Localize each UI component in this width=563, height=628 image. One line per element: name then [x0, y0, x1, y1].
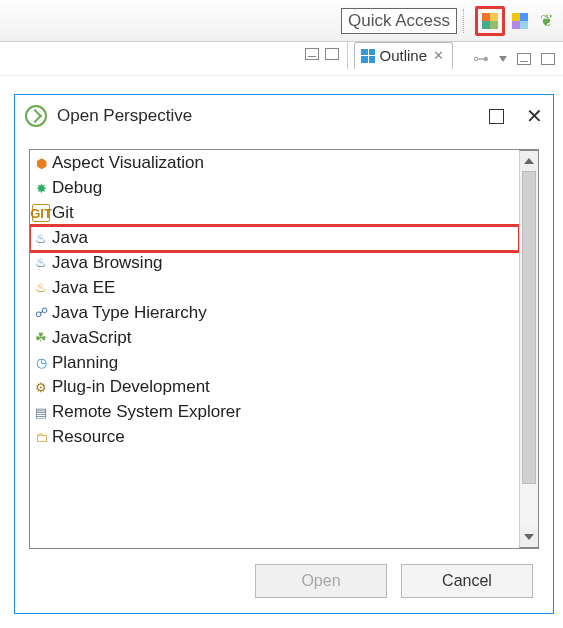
quick-access-box[interactable]: Quick Access [341, 8, 457, 34]
list-item-label: Java Browsing [52, 252, 163, 275]
list-item-label: Plug-in Development [52, 376, 210, 399]
list-item-java-ee[interactable]: ♨Java EE [30, 276, 519, 301]
outline-tabstrip: Outline ✕ ⊶ [347, 42, 563, 69]
tab-outline[interactable]: Outline ✕ [354, 42, 453, 69]
list-item-label: Aspect Visualization [52, 152, 204, 175]
scroll-track[interactable] [520, 171, 538, 527]
minimize-view-button[interactable] [305, 48, 319, 60]
minimize-outline-button[interactable] [517, 53, 531, 65]
list-item-label: Debug [52, 177, 102, 200]
list-item-remote-system-explorer[interactable]: ▤Remote System Explorer [30, 400, 519, 425]
list-item-java-browsing[interactable]: ♨Java Browsing [30, 251, 519, 276]
spring-icon [25, 105, 47, 127]
list-item-label: Resource [52, 426, 125, 449]
dialog-titlebar: Open Perspective ✕ [15, 95, 553, 137]
main-toolbar: Quick Access ❦ [0, 0, 563, 42]
list-item-label: Git [52, 202, 74, 225]
list-item-resource[interactable]: 🗀Resource [30, 425, 519, 450]
tab-outline-label: Outline [379, 47, 427, 64]
open-perspective-dialog: Open Perspective ✕ ⬢Aspect Visualization… [14, 94, 554, 614]
dialog-title: Open Perspective [57, 106, 479, 126]
close-tab-icon[interactable]: ✕ [433, 48, 444, 63]
perspective-list-container: ⬢Aspect Visualization✸DebugGITGit♨Java♨J… [29, 149, 539, 549]
list-item-planning[interactable]: ◷Planning [30, 351, 519, 376]
maximize-outline-button[interactable] [541, 53, 555, 65]
dialog-maximize-button[interactable] [489, 109, 504, 124]
highlight-open-perspective [475, 6, 505, 36]
list-item-label: Remote System Explorer [52, 401, 241, 424]
cancel-button[interactable]: Cancel [401, 564, 533, 598]
list-item-java[interactable]: ♨Java [30, 226, 519, 251]
scroll-up-button[interactable] [520, 151, 538, 171]
dialog-button-bar: Open Cancel [15, 549, 553, 613]
view-tab-row: Outline ✕ ⊶ [0, 42, 563, 76]
maximize-view-button[interactable] [325, 48, 339, 60]
scroll-thumb[interactable] [522, 171, 536, 484]
list-item-label: Java EE [52, 277, 115, 300]
spring-perspective-icon[interactable]: ❦ [535, 10, 557, 32]
list-item-git[interactable]: GITGit [30, 201, 519, 226]
toolbar-separator [463, 9, 469, 33]
list-item-label: Planning [52, 352, 118, 375]
scrollbar[interactable] [519, 150, 539, 548]
open-button[interactable]: Open [255, 564, 387, 598]
list-item-label: Java Type Hierarchy [52, 302, 207, 325]
list-item-label: Java [52, 227, 88, 250]
focus-icon[interactable]: ⊶ [473, 49, 489, 68]
list-item-debug[interactable]: ✸Debug [30, 176, 519, 201]
list-item-plug-in-development[interactable]: ⚙Plug-in Development [30, 375, 519, 400]
outline-icon [361, 49, 375, 63]
list-item-javascript[interactable]: ☘JavaScript [30, 326, 519, 351]
perspective-list[interactable]: ⬢Aspect Visualization✸DebugGITGit♨Java♨J… [30, 150, 519, 548]
dialog-close-button[interactable]: ✕ [526, 104, 543, 128]
list-item-label: JavaScript [52, 327, 131, 350]
list-item-aspect-visualization[interactable]: ⬢Aspect Visualization [30, 151, 519, 176]
perspective-switcher-icon[interactable] [509, 10, 531, 32]
open-perspective-icon[interactable] [479, 10, 501, 32]
list-item-java-type-hierarchy[interactable]: ☍Java Type Hierarchy [30, 301, 519, 326]
view-menu-icon[interactable] [499, 56, 507, 62]
scroll-down-button[interactable] [520, 527, 538, 547]
